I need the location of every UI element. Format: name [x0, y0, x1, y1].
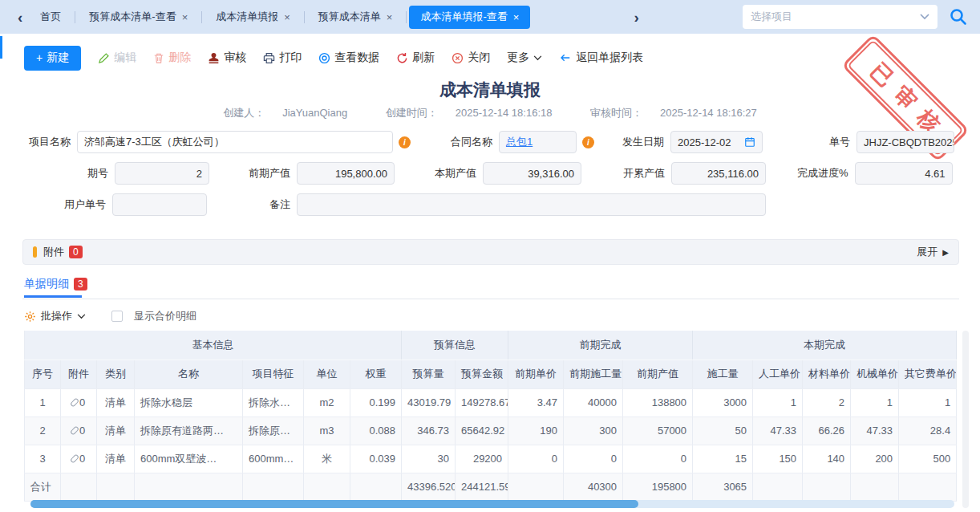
project-name-input[interactable]: 济邹高速7-3工区（庆虹公司） — [77, 131, 393, 153]
arrow-left-icon — [559, 52, 572, 63]
table-cell — [803, 473, 851, 501]
tab-cost-list-fill[interactable]: 成本清单填报 × — [205, 6, 302, 29]
contract-link[interactable]: 总包1 — [506, 135, 533, 149]
attachment-label: 附件 — [43, 245, 64, 259]
horizontal-scrollbar-thumb[interactable] — [30, 500, 638, 508]
audit-button[interactable]: 审核 — [208, 51, 246, 65]
close-icon[interactable]: × — [284, 12, 290, 22]
close-button[interactable]: 关闭 — [452, 51, 490, 65]
tab-budget-cost-list[interactable]: 预算成本清单 × — [307, 6, 404, 29]
progress-input[interactable]: 4.61 — [855, 162, 953, 185]
table-cell[interactable]: 0 — [61, 417, 97, 445]
table-cell — [753, 473, 803, 501]
column-group-header: 前期完成 — [508, 331, 693, 360]
show-total-price-checkbox[interactable] — [111, 311, 123, 322]
creator-value: JiaYuanQiang — [282, 107, 347, 119]
expand-arrow-icon: ▶ — [942, 248, 949, 257]
table-cell — [97, 473, 135, 501]
attachment-bar[interactable]: 附件 0 展开 ▶ — [22, 239, 959, 265]
column-header: 名称 — [135, 360, 243, 388]
table-cell: 清单 — [97, 388, 135, 417]
table-row[interactable]: 10清单拆除水稳层拆除水…m20.19943019.79149278.673.4… — [25, 388, 957, 417]
document-form: 项目名称 济邹高速7-3工区（庆虹公司） i 合同名称 总包1 i 发生日期 2… — [0, 128, 980, 223]
detail-count-badge: 3 — [74, 278, 87, 291]
table-cell: 40000 — [564, 388, 623, 417]
section-marker-icon — [33, 246, 37, 258]
search-button[interactable] — [948, 6, 969, 27]
calendar-icon[interactable] — [744, 136, 755, 148]
user-doc-no-input[interactable] — [112, 193, 207, 216]
search-icon — [949, 7, 968, 26]
table-cell — [350, 473, 402, 501]
doc-no-label: 单号 — [829, 135, 850, 149]
edit-button[interactable]: 编辑 — [98, 51, 136, 65]
table-cell[interactable]: 0 — [61, 388, 97, 417]
tab-home[interactable]: 首页 — [29, 6, 72, 29]
close-icon[interactable]: × — [387, 12, 393, 22]
cumulative-output-label: 开累产值 — [623, 166, 665, 181]
tab-detail-lines[interactable]: 单据明细 3 — [24, 277, 87, 298]
table-cell: 47.33 — [851, 417, 899, 445]
horizontal-scrollbar[interactable] — [30, 500, 954, 508]
tab-bar: ‹ 首页 预算成本清单-查看 × 成本清单填报 × 预算成本清单 × 成本清单填… — [0, 0, 980, 34]
view-data-icon — [318, 52, 330, 64]
table-row[interactable]: 20清单拆除原有道路两…拆除原…m30.088346.7365642.92190… — [25, 417, 957, 445]
table-cell: 合计 — [25, 473, 61, 501]
print-button[interactable]: 打印 — [263, 51, 302, 65]
column-header: 人工单价 — [753, 360, 803, 388]
date-label: 发生日期 — [622, 135, 664, 149]
close-icon[interactable]: × — [513, 12, 520, 22]
project-select[interactable]: 选择项目 — [743, 5, 937, 29]
contract-name-input[interactable]: 总包1 — [499, 131, 577, 153]
more-button[interactable]: 更多 — [507, 51, 542, 65]
expand-button[interactable]: 展开 ▶ — [917, 245, 949, 259]
cumulative-output-input[interactable]: 235,116.00 — [671, 162, 766, 185]
table-cell: 300 — [564, 417, 623, 445]
remark-input[interactable] — [297, 193, 766, 216]
refresh-icon — [396, 52, 408, 64]
column-header: 序号 — [25, 360, 61, 388]
view-data-button[interactable]: 查看数据 — [318, 51, 379, 65]
table-cell: 1 — [25, 388, 61, 417]
detail-table: 基本信息预算信息前期完成本期完成序号附件类别名称项目特征单位权重预算量预算金额前… — [24, 331, 957, 502]
tab-cost-list-fill-view-active[interactable]: 成本清单填报-查看 × — [409, 6, 530, 29]
table-cell: 57000 — [623, 417, 693, 445]
table-cell[interactable]: 0 — [61, 445, 97, 473]
refresh-button[interactable]: 刷新 — [396, 51, 435, 65]
tab-budget-cost-list-view[interactable]: 预算成本清单-查看 × — [78, 6, 199, 29]
paperclip-icon — [70, 453, 79, 463]
table-cell: 0 — [564, 445, 623, 473]
column-header: 预算量 — [402, 360, 456, 388]
table-cell: 3065 — [693, 473, 753, 501]
table-cell: 195800 — [623, 473, 693, 501]
vertical-scrollbar[interactable] — [962, 331, 969, 508]
created-value: 2025-12-14 18:16:18 — [456, 107, 553, 119]
tab-label: 预算成本清单 — [318, 10, 381, 24]
date-input[interactable]: 2025-12-02 — [670, 131, 763, 153]
prev-output-input[interactable]: 195,800.00 — [297, 162, 395, 185]
delete-button[interactable]: 删除 — [153, 51, 191, 65]
table-cell: 拆除原有道路两… — [135, 417, 243, 445]
close-icon[interactable]: × — [182, 12, 188, 22]
column-header: 前期产值 — [623, 360, 693, 388]
new-button[interactable]: + 新建 — [24, 46, 81, 71]
doc-no-input[interactable]: JHJZ-CBQDTB2025 — [856, 131, 954, 153]
current-output-input[interactable]: 39,316.00 — [483, 162, 581, 185]
batch-ops-button[interactable]: 批操作 — [41, 309, 72, 323]
nav-forward-icon[interactable]: › — [628, 10, 646, 25]
table-cell: 拆除水稳层 — [135, 388, 243, 417]
table-cell — [243, 473, 304, 501]
info-icon[interactable]: i — [582, 136, 594, 148]
table-cell: 3.47 — [508, 388, 564, 417]
tab-label: 首页 — [40, 10, 61, 24]
period-input[interactable]: 2 — [115, 162, 209, 185]
table-cell: 600mm… — [243, 445, 304, 473]
table-cell: 190 — [508, 417, 564, 445]
table-cell: 600mm双壁波… — [135, 445, 243, 473]
info-icon[interactable]: i — [399, 136, 411, 148]
period-label: 期号 — [87, 166, 108, 181]
contract-name-label: 合同名称 — [451, 135, 492, 149]
nav-back-icon[interactable]: ‹ — [11, 10, 29, 25]
back-to-list-button[interactable]: 返回单据列表 — [559, 51, 643, 65]
table-row[interactable]: 30清单600mm双壁波…600mm…米0.039302920000015150… — [25, 445, 957, 473]
